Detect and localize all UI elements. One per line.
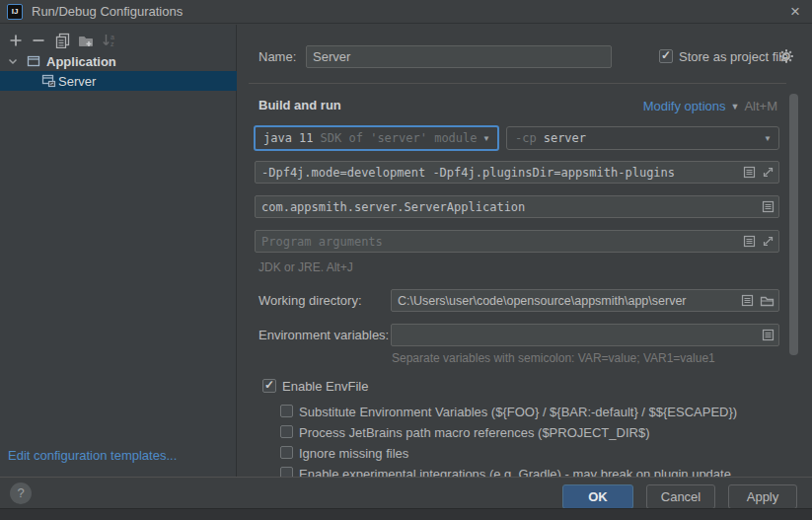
insert-macros-icon[interactable]: [762, 329, 775, 341]
add-configuration-button[interactable]: [8, 33, 24, 48]
svg-text:a: a: [111, 34, 114, 40]
run-debug-configurations-dialog: IJ Run/Debug Configurations ×: [0, 0, 812, 520]
expand-field-icon[interactable]: [762, 235, 775, 248]
ok-button[interactable]: OK: [562, 484, 633, 509]
dropdown-arrow-icon: ▼: [764, 134, 772, 143]
dropdown-arrow-icon: ▼: [482, 134, 490, 143]
close-icon[interactable]: ×: [790, 2, 800, 22]
name-label: Name:: [258, 49, 296, 64]
application-type-icon: [26, 53, 41, 69]
chevron-down-icon: ▼: [730, 102, 739, 111]
apply-button[interactable]: Apply: [728, 484, 797, 509]
enable-envfile-checkbox[interactable]: [262, 379, 276, 393]
edit-configuration-templates-link[interactable]: Edit configuration templates...: [8, 448, 177, 463]
working-directory-value: C:\Users\user\code\opensource\appsmith\a…: [398, 294, 687, 308]
process-path-macros-checkbox[interactable]: [280, 425, 293, 438]
modify-options-link[interactable]: Modify options: [643, 99, 726, 113]
insert-macros-icon[interactable]: [762, 200, 775, 213]
store-as-project-file-label: Store as project file: [679, 49, 788, 64]
jdk-combo-value: java 11: [263, 131, 314, 145]
svg-text:z: z: [111, 40, 114, 47]
modify-options-shortcut: Alt+M: [744, 99, 777, 113]
remove-configuration-button[interactable]: [31, 33, 46, 48]
working-directory-input[interactable]: C:\Users\user\code\opensource\appsmith\a…: [391, 289, 779, 312]
store-as-project-file-checkbox[interactable]: [659, 49, 673, 63]
sort-alphabetically-icon: a z: [102, 33, 117, 48]
ignore-missing-files-label: Ignore missing files: [299, 446, 408, 461]
environment-variables-hint: Separate variables with semicolon: VAR=v…: [392, 351, 715, 365]
substitute-env-vars-checkbox[interactable]: [280, 405, 293, 417]
main-class-input[interactable]: com.appsmith.server.ServerApplication: [255, 195, 779, 218]
expand-field-icon[interactable]: [762, 166, 775, 179]
title-bar: IJ Run/Debug Configurations ×: [0, 0, 812, 24]
build-and-run-heading: Build and run: [258, 98, 341, 112]
gear-icon[interactable]: [778, 48, 794, 64]
intellij-logo-icon: IJ: [7, 4, 23, 20]
modify-options-row: Modify options ▼ Alt+M: [643, 99, 777, 113]
vm-options-input[interactable]: -Dpf4j.mode=development -Dpf4j.pluginsDi…: [255, 161, 779, 184]
chevron-down-icon[interactable]: [7, 55, 19, 67]
classpath-combobox[interactable]: -cp server ▼: [506, 126, 779, 150]
environment-variables-label: Environment variables:: [258, 328, 389, 342]
cancel-button[interactable]: Cancel: [646, 484, 715, 509]
jdk-combo-hint: SDK of 'server' module: [321, 131, 478, 145]
sort-configurations-button[interactable]: a z: [102, 33, 117, 48]
new-folder-icon: [78, 33, 94, 48]
jdk-combobox[interactable]: java 11 SDK of 'server' module ▼: [254, 125, 499, 151]
browse-folder-icon[interactable]: [760, 294, 775, 307]
cp-value: server: [544, 131, 586, 145]
help-button[interactable]: ?: [10, 483, 32, 504]
tree-group-application[interactable]: Application: [0, 51, 237, 71]
new-folder-button[interactable]: [78, 33, 94, 48]
program-arguments-input[interactable]: Program arguments: [255, 230, 779, 253]
vertical-scrollbar[interactable]: [789, 94, 798, 355]
plus-icon: [8, 33, 24, 48]
name-input[interactable]: Server: [306, 45, 612, 68]
copy-configuration-button[interactable]: [54, 33, 70, 48]
dialog-footer: ? OK Cancel Apply: [0, 477, 812, 508]
run-configuration-icon: [40, 73, 56, 89]
enable-envfile-label: Enable EnvFile: [282, 379, 368, 394]
main-class-value: com.appsmith.server.ServerApplication: [261, 200, 525, 214]
insert-macros-icon[interactable]: [743, 166, 756, 179]
cp-flag: -cp: [515, 131, 537, 145]
vm-options-value: -Dpf4j.mode=development -Dpf4j.pluginsDi…: [261, 166, 675, 180]
dialog-title: Run/Debug Configurations: [32, 4, 183, 19]
environment-variables-input[interactable]: [391, 324, 779, 346]
working-directory-label: Working directory:: [258, 293, 362, 308]
insert-macros-icon[interactable]: [743, 235, 756, 248]
section-divider: [249, 83, 786, 84]
name-value: Server: [313, 49, 350, 64]
tree-group-label: Application: [46, 54, 116, 69]
substitute-env-vars-label: Substitute Environment Variables (${FOO}…: [299, 405, 737, 419]
insert-macros-icon[interactable]: [741, 294, 754, 307]
configurations-sidebar: a z Application: [0, 25, 237, 477]
copy-icon: [54, 33, 70, 48]
process-path-macros-label: Process JetBrains path macro references …: [299, 425, 649, 440]
program-arguments-placeholder: Program arguments: [261, 235, 383, 249]
tree-item-label: Server: [58, 74, 96, 89]
tree-item-server[interactable]: Server: [0, 71, 237, 91]
jdk-hint: JDK or JRE. Alt+J: [258, 260, 353, 274]
ignore-missing-files-checkbox[interactable]: [280, 446, 293, 459]
minus-icon: [31, 33, 46, 48]
background-window-strip: [0, 508, 812, 520]
